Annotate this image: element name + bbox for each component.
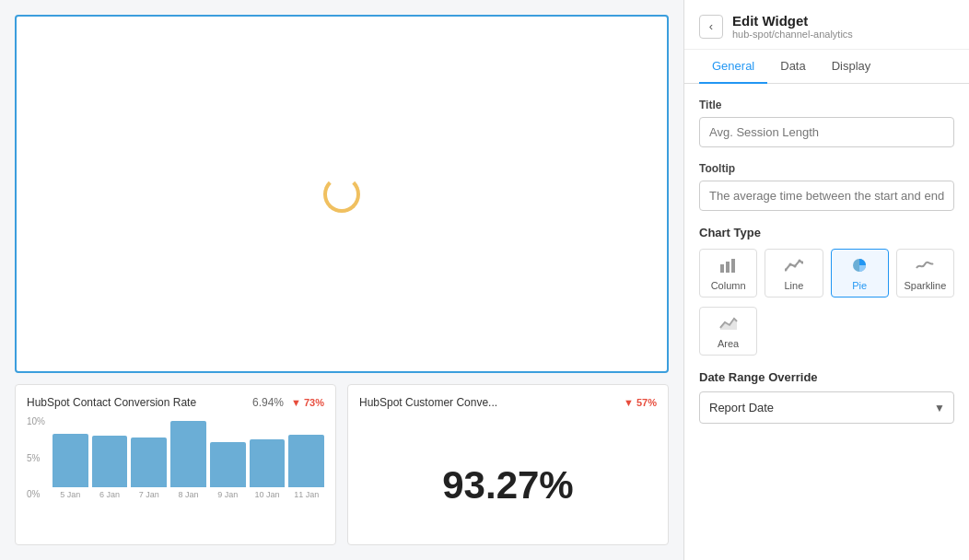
tab-display[interactable]: Display (819, 50, 884, 84)
title-form-group: Title (699, 99, 954, 147)
widget-card-customer-conv: HubSpot Customer Conve... ▼ 57% 93.27% (347, 384, 669, 545)
bar-group-6: 11 Jan (288, 416, 324, 499)
bar-group-5: 10 Jan (250, 416, 286, 499)
title-input[interactable] (699, 117, 954, 147)
right-header: ‹ Edit Widget hub-spot/channel-analytics (684, 0, 969, 50)
svg-rect-2 (731, 259, 735, 273)
chart-type-column[interactable]: Column (699, 249, 757, 298)
svg-point-5 (793, 265, 796, 268)
bar-label-5: 10 Jan (254, 490, 279, 499)
bar-label-2: 7 Jan (139, 490, 159, 499)
chart-type-sparkline[interactable]: Sparkline (896, 249, 954, 298)
tooltip-input[interactable] (699, 181, 954, 211)
right-panel: ‹ Edit Widget hub-spot/channel-analytics… (683, 0, 969, 560)
edit-widget-title: Edit Widget (732, 13, 853, 29)
svg-rect-1 (726, 262, 730, 273)
widget-title-2: HubSpot Customer Conve... (359, 396, 497, 409)
bar-label-4: 9 Jan (217, 490, 238, 499)
bar-group-3: 8 Jan (170, 416, 206, 499)
tooltip-label: Tooltip (699, 162, 954, 175)
bar-group-4: 9 Jan (210, 416, 246, 499)
widget-card-conversion-rate: HubSpot Contact Conversion Rate 6.94% ▼ … (15, 384, 336, 545)
pie-icon (850, 257, 869, 276)
bar-2 (131, 438, 167, 487)
y-label-bot: 0% (27, 489, 49, 499)
bar-label-1: 6 Jan (99, 490, 120, 499)
tabs: General Data Display (684, 50, 969, 84)
back-icon: ‹ (709, 19, 713, 33)
loading-spinner (323, 176, 360, 213)
chart-type-sparkline-label: Sparkline (904, 280, 946, 291)
main-widget (15, 15, 669, 373)
widget-header-2: HubSpot Customer Conve... ▼ 57% (359, 396, 657, 409)
chart-type-pie[interactable]: Pie (831, 249, 889, 298)
date-range-select[interactable]: Report Date Last 7 Days Last 30 Days Las… (699, 391, 954, 424)
chart-type-line-label: Line (784, 280, 803, 291)
svg-rect-0 (720, 264, 724, 273)
area-icon (719, 315, 738, 334)
bar-group-2: 7 Jan (131, 416, 167, 499)
date-range-select-wrapper: Report Date Last 7 Days Last 30 Days Las… (699, 391, 954, 424)
svg-point-4 (788, 263, 791, 266)
y-axis-labels: 10% 5% 0% (27, 416, 49, 499)
bar-group-0: 5 Jan (53, 416, 88, 499)
bar-chart: 5 Jan 6 Jan 7 Jan 8 Jan (53, 416, 324, 499)
bar-0 (53, 434, 88, 488)
bar-6 (288, 435, 324, 487)
widget-header-1: HubSpot Contact Conversion Rate 6.94% ▼ … (27, 396, 324, 409)
chart-type-pie-label: Pie (852, 280, 867, 291)
tooltip-form-group: Tooltip (699, 162, 954, 211)
bottom-widgets-row: HubSpot Contact Conversion Rate 6.94% ▼ … (15, 384, 669, 545)
widget-stats-2: ▼ 57% (624, 397, 657, 408)
chart-type-form-group: Chart Type Column (699, 226, 954, 356)
sparkline-icon (916, 257, 934, 276)
stat-badge-1: ▼ 73% (291, 397, 324, 408)
breadcrumb: hub-spot/channel-analytics (732, 29, 853, 40)
chart-area-1: 10% 5% 0% 5 Jan 6 Jan 7 Jan (27, 416, 324, 518)
bar-label-6: 11 Jan (294, 490, 319, 499)
bar-label-3: 8 Jan (179, 490, 199, 499)
chart-type-column-label: Column (711, 280, 746, 291)
header-text: Edit Widget hub-spot/channel-analytics (732, 13, 853, 40)
date-range-section: Date Range Override Report Date Last 7 D… (699, 370, 954, 424)
tab-data[interactable]: Data (767, 50, 818, 84)
column-icon (719, 257, 738, 276)
bar-group-1: 6 Jan (92, 416, 128, 499)
bar-1 (92, 436, 128, 487)
stat-badge-2: ▼ 57% (624, 397, 657, 408)
bar-label-0: 5 Jan (60, 490, 80, 499)
bar-4 (210, 442, 246, 488)
chart-type-grid: Column Line (699, 249, 954, 298)
chart-type-line[interactable]: Line (765, 249, 823, 298)
tab-general[interactable]: General (699, 50, 767, 84)
widget-stats-1: 6.94% ▼ 73% (252, 396, 324, 409)
right-content: Title Tooltip Chart Type (684, 84, 969, 438)
line-icon (785, 257, 803, 276)
y-label-top: 10% (27, 416, 49, 426)
stat-value-1: 6.94% (252, 396, 284, 409)
bar-5 (250, 439, 286, 487)
title-label: Title (699, 99, 954, 111)
chart-type-row2: Area (699, 307, 954, 356)
bar-3 (170, 421, 206, 487)
chart-type-area[interactable]: Area (699, 307, 757, 356)
chart-type-area-label: Area (718, 338, 739, 349)
y-label-mid: 5% (27, 453, 49, 463)
big-number-card: 93.27% (359, 416, 657, 545)
svg-point-6 (798, 260, 800, 262)
chart-type-label: Chart Type (699, 226, 954, 239)
left-panel: HubSpot Contact Conversion Rate 6.94% ▼ … (0, 0, 683, 560)
date-range-label: Date Range Override (699, 370, 954, 384)
widget-title-1: HubSpot Contact Conversion Rate (27, 396, 196, 409)
back-button[interactable]: ‹ (699, 15, 723, 39)
big-number-value: 93.27% (442, 463, 573, 508)
